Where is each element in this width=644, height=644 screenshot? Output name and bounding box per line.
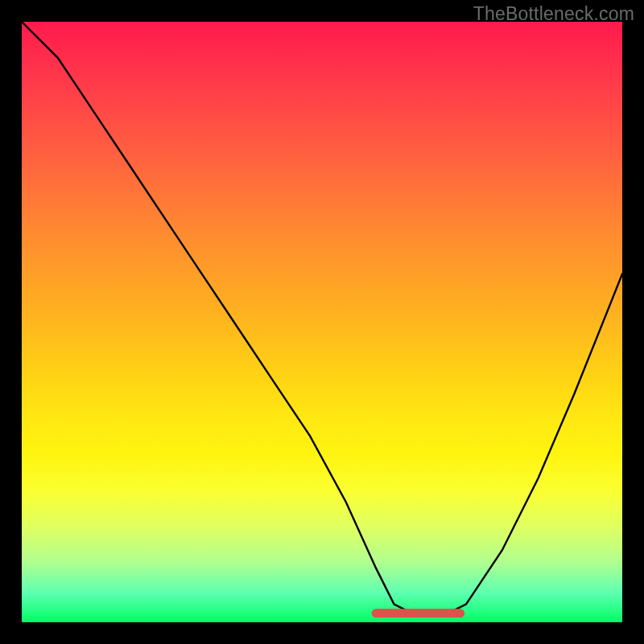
curve-layer <box>22 22 622 622</box>
bottleneck-curve <box>22 22 622 617</box>
chart-frame: TheBottleneck.com <box>0 0 644 644</box>
plot-area <box>22 22 622 622</box>
